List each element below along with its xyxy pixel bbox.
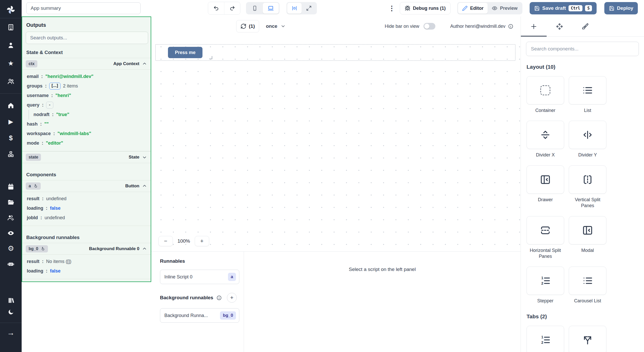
add-background-runnable-button[interactable]: + [227, 293, 237, 303]
runnable-item-background[interactable]: Background Runna... bg_0 [160, 308, 239, 323]
search-components-input[interactable] [526, 42, 639, 56]
sidebar-item-user[interactable] [0, 36, 22, 54]
desktop-view-button[interactable] [263, 3, 279, 14]
component-card-divider-x[interactable]: Divider X [527, 121, 564, 158]
save-draft-button[interactable]: Save draft Ctrl S [530, 2, 597, 14]
mobile-view-button[interactable] [247, 3, 263, 14]
info-icon [216, 295, 222, 301]
center-content-button[interactable] [287, 3, 302, 14]
windmill-logo[interactable] [6, 2, 16, 18]
output-key: result [27, 259, 39, 264]
tab-theme[interactable] [572, 16, 598, 36]
component-card-container[interactable]: Container [527, 76, 564, 113]
component-card-carousel-list[interactable]: Carousel List [569, 267, 606, 304]
play-icon: ▶ [9, 119, 13, 125]
component-card-drawer[interactable]: Drawer [527, 165, 564, 209]
zoom-in-button[interactable]: + [195, 236, 209, 246]
sidebar-item-dark-mode[interactable] [0, 306, 22, 318]
tab-insert-component[interactable] [521, 16, 547, 36]
output-value: "henri@windmill.dev" [45, 74, 94, 79]
resize-handle[interactable] [209, 56, 212, 59]
sidebar-item-resources[interactable] [0, 146, 22, 162]
sidebar-item-docs[interactable] [0, 294, 22, 306]
sidebar-item-folders[interactable] [0, 195, 22, 210]
output-key: result [27, 196, 39, 201]
hide-bar-toggle[interactable] [423, 23, 435, 30]
bug-icon [405, 5, 410, 11]
sidebar-item-audit-logs[interactable] [0, 225, 22, 241]
sidebar-item-workspace[interactable] [0, 18, 22, 36]
more-options-button[interactable]: ⋮ [388, 5, 395, 12]
sidebar-item-favorites[interactable]: ★ [0, 54, 22, 72]
sidebar-item-home[interactable] [0, 97, 22, 113]
tabs-components-grid: 12 [527, 326, 644, 352]
sidebar-item-settings[interactable]: ⚙ [0, 241, 22, 256]
kbd-s: S [585, 5, 592, 11]
sidebar-collapse-toggle[interactable]: → [0, 325, 22, 340]
component-a-header[interactable]: a Button [22, 180, 151, 192]
tab-component-settings[interactable] [547, 16, 572, 36]
component-card-horizontal-split[interactable]: Horizontal Split Panes [527, 216, 564, 260]
hand-pointer-icon [33, 184, 38, 188]
sidebar-item-groups[interactable] [0, 72, 22, 90]
zoom-controls: − 100% + [158, 236, 209, 246]
redo-button[interactable] [224, 2, 240, 14]
refresh-icon [241, 23, 246, 29]
sidebar-item-variables[interactable]: $ [0, 130, 22, 146]
layout-components-grid: Container List Divider X Divider Y Drawe… [527, 76, 644, 304]
component-card-stepper[interactable]: 12Stepper [527, 267, 564, 304]
app-summary-input[interactable] [26, 2, 141, 14]
components-panel-tabs [521, 16, 644, 37]
output-value: No items ([]) [46, 259, 71, 264]
divider-y-icon [582, 129, 593, 140]
bg0-badge: bg_0 [26, 245, 48, 252]
laptop-icon [268, 5, 274, 11]
eye-icon [7, 230, 14, 237]
selected-component-outline[interactable]: Press me [155, 44, 515, 61]
output-value: "true" [56, 112, 69, 117]
zoom-out-button[interactable]: − [158, 236, 173, 246]
ctx-header[interactable]: ctx App Context [22, 58, 151, 70]
state-header[interactable]: state State [22, 151, 151, 163]
component-card-divider-y[interactable]: Divider Y [569, 121, 606, 158]
debug-runs-button[interactable]: Debug runs (1) [400, 2, 451, 14]
component-card-list[interactable]: List [569, 76, 606, 113]
sidebar-item-runs[interactable]: ▶ [0, 113, 22, 130]
refresh-button[interactable]: (1) [236, 20, 259, 32]
design-canvas[interactable]: Press me − 100% + [151, 36, 521, 251]
search-outputs-input[interactable] [26, 32, 148, 44]
expand-array-pill[interactable]: [...] [49, 83, 61, 89]
output-row: loading:false [27, 266, 151, 276]
output-row: jobId:undefined [27, 213, 151, 223]
output-key: username [27, 93, 49, 98]
collapse-object-pill[interactable]: - [46, 102, 53, 108]
deploy-label: Deploy [617, 5, 633, 11]
press-me-button[interactable]: Press me [168, 47, 202, 58]
component-card-vertical-split[interactable]: Vertical Split Panes [569, 165, 606, 209]
component-card-conditional-tabs[interactable] [569, 326, 606, 352]
tab-editor[interactable]: Editor [458, 3, 488, 14]
canvas-toolbar: (1) once Hide bar on view Author henri@w… [151, 16, 521, 36]
smartphone-icon [252, 5, 258, 11]
sidebar-item-ai[interactable] [0, 256, 22, 272]
sidebar-item-workers[interactable] [0, 210, 22, 225]
full-width-button[interactable] [302, 3, 316, 14]
component-card-tabs[interactable]: 12 [527, 326, 564, 352]
bg0-header[interactable]: bg_0 Background Runnable 0 [22, 243, 151, 255]
refresh-mode-select[interactable]: once [266, 23, 285, 29]
tab-preview[interactable]: Preview [488, 3, 522, 14]
undo-button[interactable] [208, 2, 224, 14]
components-heading: Components [26, 172, 151, 178]
deploy-button[interactable]: Deploy [604, 2, 638, 14]
sidebar-item-schedules[interactable] [0, 179, 22, 195]
svg-text:1: 1 [541, 335, 543, 339]
editor-label: Editor [470, 6, 484, 11]
bg0-body: result:No items ([]) loading:false [22, 255, 151, 279]
components-panel: Layout (10) Container List Divider X Div… [521, 16, 644, 352]
component-card-modal[interactable]: Modal [569, 216, 606, 260]
runnable-item-inline-script[interactable]: Inline Script 0 a [160, 270, 239, 284]
output-row: workspace:"windmill-labs" [27, 129, 151, 138]
editor-preview-group: Editor Preview [457, 2, 522, 14]
preview-label: Preview [500, 6, 518, 11]
output-value: undefined [46, 196, 66, 201]
